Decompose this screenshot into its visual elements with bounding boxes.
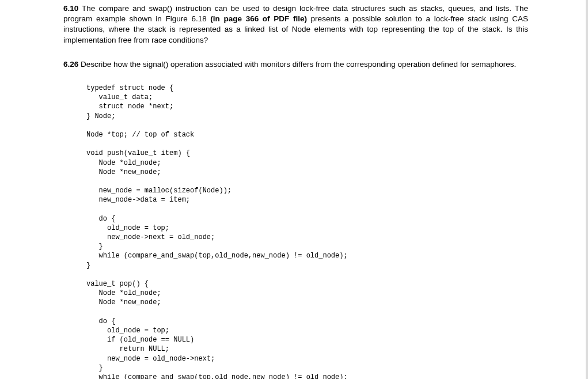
question-number: 6.10: [63, 4, 78, 13]
question-text: Describe how the signal() operation asso…: [78, 60, 516, 69]
question-6-10: 6.10 The compare and swap() instruction …: [63, 3, 528, 46]
question-number: 6.26: [63, 60, 78, 69]
code-listing: typedef struct node { value_t data; stru…: [86, 84, 528, 379]
question-6-26: 6.26 Describe how the signal() operation…: [63, 59, 528, 70]
document-page: 6.10 The compare and swap() instruction …: [0, 0, 588, 379]
question-bold-insert: (in page 366 of PDF file): [210, 14, 307, 23]
